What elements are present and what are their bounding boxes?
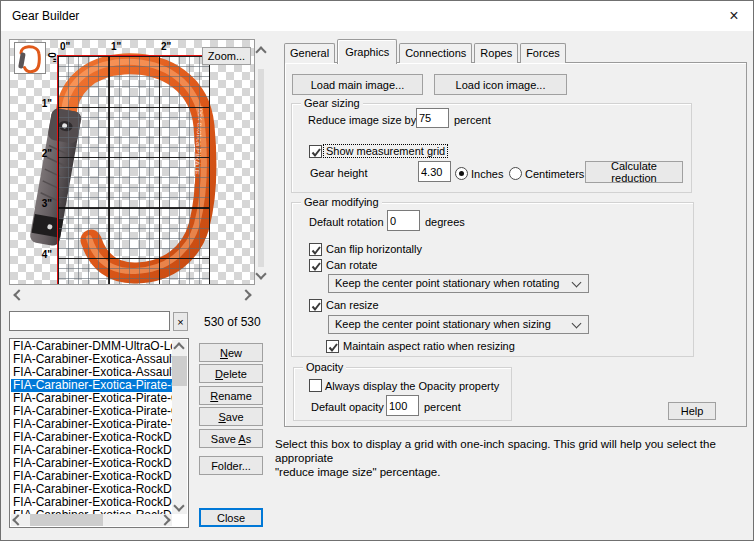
list-item[interactable]: FIA-Carabiner-Exotica-Pirate-Oran bbox=[11, 405, 172, 418]
ruler-left-origin: 0" bbox=[46, 52, 57, 62]
rotate-mode-dropdown[interactable]: Keep the center point stationary when ro… bbox=[328, 274, 589, 293]
list-item[interactable]: FIA-Carabiner-Exotica-RockD-Re bbox=[11, 483, 172, 496]
folder-button-label: Folder... bbox=[211, 460, 251, 472]
zoom-button-label: Zoom... bbox=[208, 50, 245, 62]
radio-dot-icon bbox=[459, 171, 464, 176]
load-icon-image-label: Load icon image... bbox=[456, 79, 546, 91]
rename-button[interactable]: Rename bbox=[199, 386, 263, 405]
chevron-down-icon bbox=[572, 319, 582, 329]
gear-modifying-group-title: Gear modifying bbox=[301, 196, 382, 208]
list-item[interactable]: FIA-Carabiner-Exotica-RockD-Re bbox=[11, 444, 172, 457]
tab-ropes[interactable]: Ropes bbox=[474, 43, 518, 63]
can-rotate-checkbox[interactable] bbox=[309, 259, 322, 272]
resize-mode-value: Keep the center point stationary when si… bbox=[335, 318, 551, 330]
always-display-opacity-label: Always display the Opacity property bbox=[325, 380, 499, 392]
tab-general[interactable]: General bbox=[284, 43, 335, 63]
list-scroll-up-icon[interactable] bbox=[173, 342, 184, 353]
list-vertical-scrollbar[interactable] bbox=[172, 340, 187, 514]
gear-height-label: Gear height bbox=[310, 167, 367, 179]
list-scroll-down-icon[interactable] bbox=[173, 500, 184, 511]
checkmark-icon bbox=[313, 247, 321, 254]
tab-connections[interactable]: Connections bbox=[399, 43, 472, 63]
preview-scroll-left-icon[interactable] bbox=[13, 289, 24, 300]
gear-icon-thumbnail bbox=[14, 42, 46, 74]
preview-scroll-down-icon[interactable] bbox=[255, 268, 266, 279]
zoom-button[interactable]: Zoom... bbox=[202, 47, 251, 65]
centimeters-radio[interactable] bbox=[509, 167, 522, 180]
gear-list: FIA-Carabiner-DMM-UltraO-Locks FIA-Carab… bbox=[9, 338, 189, 528]
list-item[interactable]: FIA-Carabiner-DMM-UltraO-Locks bbox=[11, 340, 172, 353]
maintain-aspect-checkbox[interactable] bbox=[326, 340, 339, 353]
tab-graphics[interactable]: Graphics bbox=[337, 39, 397, 64]
show-measurement-grid-checkbox[interactable] bbox=[309, 145, 322, 158]
help-button-label: Help bbox=[681, 405, 704, 417]
list-scroll-left-icon[interactable] bbox=[12, 514, 23, 525]
checkmark-icon bbox=[313, 149, 321, 156]
centimeters-radio-label: Centimeters bbox=[525, 168, 584, 180]
help-button[interactable]: Help bbox=[668, 402, 716, 420]
new-button-label: New bbox=[220, 347, 242, 359]
load-main-image-button[interactable]: Load main image... bbox=[292, 74, 423, 95]
list-item[interactable]: FIA-Carabiner-Exotica-RockD-Re bbox=[11, 470, 172, 483]
can-flip-label: Can flip horizontally bbox=[326, 243, 422, 255]
maintain-aspect-label: Maintain aspect ratio when resizing bbox=[343, 340, 515, 352]
close-button[interactable]: Close bbox=[199, 508, 263, 527]
resize-mode-dropdown[interactable]: Keep the center point stationary when si… bbox=[328, 315, 589, 334]
degrees-label: degrees bbox=[425, 216, 465, 228]
tab-bar: General Graphics Connections Ropes Force… bbox=[284, 38, 568, 63]
carabiner-thumbnail-image bbox=[15, 43, 45, 73]
delete-button[interactable]: Delete bbox=[199, 364, 263, 383]
save-button-label: Save bbox=[218, 411, 243, 423]
load-main-image-label: Load main image... bbox=[311, 79, 405, 91]
list-item[interactable]: FIA-Carabiner-Exotica-Assault-Sta bbox=[11, 366, 172, 379]
list-scroll-right-icon[interactable] bbox=[159, 514, 170, 525]
list-item[interactable]: FIA-Carabiner-Exotica-RockD-Lar bbox=[11, 431, 172, 444]
list-horizontal-scrollbar-thumb[interactable] bbox=[30, 514, 103, 526]
preview-scroll-right-icon[interactable] bbox=[240, 289, 251, 300]
list-horizontal-scrollbar[interactable] bbox=[11, 514, 172, 526]
tab-forces[interactable]: Forces bbox=[520, 43, 566, 63]
opacity-group: Opacity Always display the Opacity prope… bbox=[293, 367, 512, 421]
window-close-icon[interactable]: × bbox=[722, 5, 746, 27]
list-item[interactable]: FIA-Carabiner-Exotica-Assault-Sta bbox=[11, 353, 172, 366]
rotate-mode-value: Keep the center point stationary when ro… bbox=[335, 277, 559, 289]
reduce-image-size-label: Reduce image size by bbox=[308, 114, 416, 126]
list-item-selected[interactable]: FIA-Carabiner-Exotica-Pirate-Oran bbox=[11, 379, 172, 392]
inches-radio-label: Inches bbox=[471, 168, 503, 180]
show-measurement-grid-label[interactable]: Show measurement grid bbox=[323, 144, 448, 158]
calculate-reduction-label: Calculate reduction bbox=[592, 160, 676, 184]
gear-modifying-group: Gear modifying Default rotation degrees … bbox=[291, 202, 694, 357]
list-item[interactable]: FIA-Carabiner-Exotica-RockD-Re bbox=[11, 496, 172, 509]
list-item[interactable]: FIA-Carabiner-Exotica-Pirate-Wire bbox=[11, 418, 172, 431]
search-input[interactable] bbox=[9, 311, 170, 331]
help-text-line1: Select this box to display a grid with o… bbox=[275, 437, 747, 465]
clear-search-button[interactable]: × bbox=[173, 312, 188, 331]
list-item[interactable]: FIA-Carabiner-Exotica-Pirate-Oran bbox=[11, 392, 172, 405]
default-rotation-label: Default rotation bbox=[309, 216, 384, 228]
inches-radio[interactable] bbox=[455, 167, 468, 180]
gear-image-preview: rock exotica PIRATE 0" 1" 2" 0" 1" 2" 3"… bbox=[9, 39, 255, 285]
reduce-image-size-input[interactable] bbox=[416, 108, 449, 128]
can-resize-checkbox[interactable] bbox=[309, 299, 322, 312]
new-button[interactable]: New bbox=[199, 343, 263, 362]
list-vertical-scrollbar-thumb[interactable] bbox=[172, 356, 187, 386]
item-count-label: 530 of 530 bbox=[204, 315, 261, 329]
ruler-top-0: 0" bbox=[60, 41, 70, 52]
default-opacity-input[interactable] bbox=[386, 395, 419, 416]
load-icon-image-button[interactable]: Load icon image... bbox=[434, 74, 567, 95]
always-display-opacity-checkbox[interactable] bbox=[309, 379, 322, 392]
save-as-button-label: Save As bbox=[211, 433, 251, 445]
save-as-button[interactable]: Save As bbox=[199, 429, 263, 448]
calculate-reduction-button[interactable]: Calculate reduction bbox=[585, 161, 683, 183]
can-flip-checkbox[interactable] bbox=[309, 243, 322, 256]
checkmark-icon bbox=[330, 344, 338, 351]
save-button[interactable]: Save bbox=[199, 407, 263, 426]
gear-height-input[interactable] bbox=[418, 161, 451, 182]
preview-scroll-up-icon[interactable] bbox=[255, 46, 266, 57]
preview-vertical-scrollbar-thumb[interactable] bbox=[258, 69, 264, 267]
folder-button[interactable]: Folder... bbox=[199, 456, 263, 475]
graphics-tab-panel: Load main image... Load icon image... Ge… bbox=[284, 62, 747, 427]
list-item[interactable]: FIA-Carabiner-Exotica-RockD-Re bbox=[11, 457, 172, 470]
ruler-top-2: 2" bbox=[161, 41, 171, 52]
default-rotation-input[interactable] bbox=[387, 210, 420, 231]
